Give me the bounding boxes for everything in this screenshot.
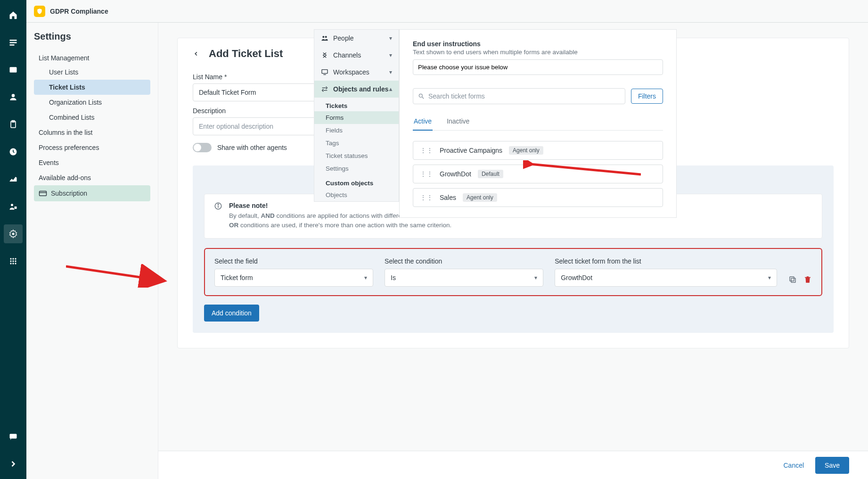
svg-point-25 <box>218 204 219 205</box>
fp-filters-button[interactable]: Filters <box>631 89 663 104</box>
share-toggle[interactable] <box>193 143 212 152</box>
fp-item[interactable]: ⋮⋮ Sales Agent only <box>413 188 663 207</box>
fnav-objects[interactable]: Objects <box>314 189 399 201</box>
nav-user-lists[interactable]: User Lists <box>34 65 150 80</box>
rail-inbox-icon[interactable] <box>4 60 23 79</box>
drag-handle-icon[interactable]: ⋮⋮ <box>420 170 433 178</box>
fnav-tags[interactable]: Tags <box>314 137 399 149</box>
rail-chart-icon[interactable] <box>4 170 23 189</box>
svg-rect-1 <box>10 42 17 43</box>
icon-rail <box>0 0 26 386</box>
fp-item-badge: Default <box>478 170 503 178</box>
nav-columns[interactable]: Columns in the list <box>34 125 150 140</box>
rail-home-icon[interactable] <box>4 6 23 25</box>
nav-subscription[interactable]: Subscription <box>34 185 150 201</box>
settings-title: Settings <box>34 31 150 42</box>
fp-instructions-input[interactable] <box>413 59 663 75</box>
fnav-workspaces[interactable]: Workspaces ▾ <box>314 64 399 81</box>
svg-rect-21 <box>40 191 47 196</box>
trash-icon[interactable] <box>803 275 812 284</box>
fnav-people[interactable]: People ▾ <box>314 30 399 47</box>
topbar: GDPR Compliance <box>26 0 868 23</box>
cond-value-label: Select ticket form from the list <box>555 257 777 265</box>
admin-nav-panel: People ▾ Channels ▾ Workspaces ▾ Objects… <box>314 29 399 202</box>
svg-point-17 <box>10 263 11 264</box>
fp-tabs: Active Inactive <box>413 113 663 131</box>
rail-user-icon[interactable] <box>4 88 23 107</box>
cond-condition-select[interactable]: Is ▾ <box>385 269 543 287</box>
ticket-forms-panel: End user instructions Text shown to end … <box>399 29 677 218</box>
cond-field-select[interactable]: Ticket form ▾ <box>214 269 373 287</box>
fp-instructions-sub: Text shown to end users when multiple fo… <box>413 49 663 56</box>
fnav-settings[interactable]: Settings <box>314 162 399 175</box>
rail-clock-icon[interactable] <box>4 142 23 161</box>
chevron-down-icon: ▾ <box>389 35 392 41</box>
note-line2: OR conditions are used, if there's more … <box>229 221 451 230</box>
search-icon <box>418 93 425 99</box>
fp-instructions-title: End user instructions <box>413 40 663 48</box>
fp-search-input[interactable]: Search ticket forms <box>413 88 625 104</box>
fnav-tickets-hd: Tickets <box>314 98 399 111</box>
fnav-custom-objects-hd: Custom objects <box>314 175 399 189</box>
cond-value-col: Select ticket form from the list GrowthD… <box>555 257 777 287</box>
info-icon <box>214 202 222 231</box>
settings-sidebar: Settings List Management User Lists Tick… <box>26 23 158 386</box>
cond-value-select[interactable]: GrowthDot ▾ <box>555 269 777 287</box>
rail-list-icon[interactable] <box>4 33 23 52</box>
nav-combined-lists[interactable]: Combined Lists <box>34 110 150 125</box>
copy-icon[interactable] <box>788 275 797 284</box>
chevron-down-icon: ▾ <box>768 274 771 281</box>
fnav-forms[interactable]: Forms <box>314 111 399 124</box>
svg-point-15 <box>12 260 14 262</box>
svg-rect-9 <box>15 206 17 209</box>
page-title: Add Ticket List <box>209 48 283 60</box>
svg-point-12 <box>12 258 14 259</box>
svg-point-4 <box>12 94 15 97</box>
fp-item-name: Proactive Campaigns <box>440 147 502 154</box>
chevron-up-icon: ▴ <box>389 86 392 92</box>
rail-userlock-icon[interactable] <box>4 197 23 216</box>
fnav-channels[interactable]: Channels ▾ <box>314 47 399 64</box>
share-label: Share with other agents <box>217 144 287 151</box>
fnav-fields[interactable]: Fields <box>314 124 399 137</box>
nav-addons[interactable]: Available add-ons <box>34 170 150 185</box>
app-logo-icon <box>34 6 45 17</box>
fp-list: ⋮⋮ Proactive Campaigns Agent only ⋮⋮ Gro… <box>413 141 663 207</box>
condition-row: Select the field Ticket form ▾ Select th… <box>204 248 822 296</box>
fp-search-row: Search ticket forms Filters <box>413 88 663 104</box>
cond-actions <box>788 275 812 287</box>
svg-point-10 <box>12 233 15 235</box>
drag-handle-icon[interactable]: ⋮⋮ <box>420 147 433 154</box>
fnav-objects-rules[interactable]: Objects and rules ▴ <box>314 81 399 98</box>
rail-clipboard-icon[interactable] <box>4 115 23 134</box>
svg-rect-27 <box>790 277 794 281</box>
fp-tab-active[interactable]: Active <box>413 113 433 131</box>
cond-field-col: Select the field Ticket form ▾ <box>214 257 373 287</box>
cond-field-label: Select the field <box>214 257 373 265</box>
svg-point-28 <box>322 36 324 38</box>
svg-rect-2 <box>10 44 15 46</box>
cond-condition-label: Select the condition <box>385 257 543 265</box>
chevron-down-icon: ▾ <box>389 69 392 75</box>
nav-events[interactable]: Events <box>34 155 150 170</box>
svg-point-18 <box>12 263 14 264</box>
fp-item-name: Sales <box>440 194 456 201</box>
fp-item-name: GrowthDot <box>440 170 471 178</box>
fp-item[interactable]: ⋮⋮ Proactive Campaigns Agent only <box>413 141 663 160</box>
fp-tab-inactive[interactable]: Inactive <box>446 113 470 130</box>
nav-list-management[interactable]: List Management <box>34 50 150 65</box>
fnav-ticket-statuses[interactable]: Ticket statuses <box>314 149 399 162</box>
nav-subscription-label: Subscription <box>51 190 87 197</box>
rail-gear-icon[interactable] <box>4 224 23 243</box>
drag-handle-icon[interactable]: ⋮⋮ <box>420 194 433 201</box>
svg-point-32 <box>419 94 422 97</box>
back-button[interactable] <box>193 50 199 57</box>
nav-ticket-lists[interactable]: Ticket Lists <box>34 80 150 95</box>
rail-grid-icon[interactable] <box>4 252 23 271</box>
nav-process-prefs[interactable]: Process preferences <box>34 140 150 155</box>
add-condition-button[interactable]: Add condition <box>204 305 259 322</box>
cond-condition-col: Select the condition Is ▾ <box>385 257 543 287</box>
chevron-down-icon: ▾ <box>364 274 367 281</box>
nav-organization-lists[interactable]: Organization Lists <box>34 95 150 110</box>
fp-item[interactable]: ⋮⋮ GrowthDot Default <box>413 165 663 183</box>
